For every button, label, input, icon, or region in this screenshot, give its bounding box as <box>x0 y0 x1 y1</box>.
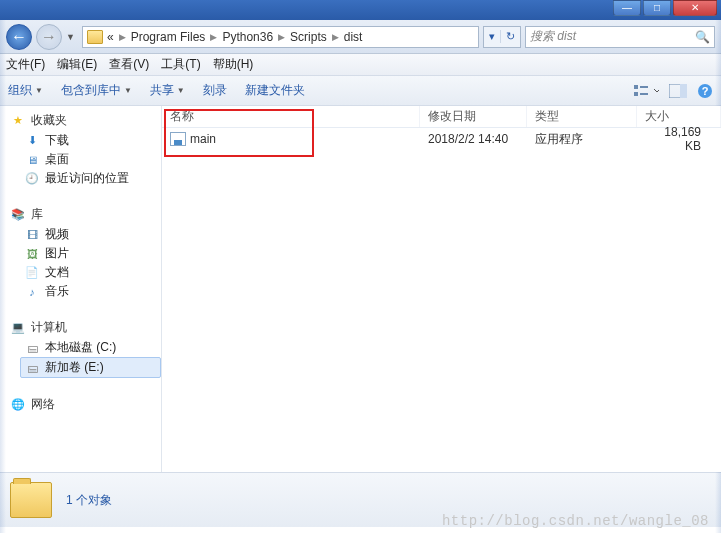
refresh-button[interactable]: ↻ <box>500 30 520 43</box>
forward-button[interactable]: → <box>36 24 62 50</box>
disk-icon: 🖴 <box>24 361 40 375</box>
arrow-right-icon: → <box>41 28 57 46</box>
svg-rect-5 <box>680 84 687 98</box>
address-field[interactable]: « ▶ Program Files ▶ Python36 ▶ Scripts ▶… <box>82 26 479 48</box>
file-list: 名称 修改日期 类型 大小 main 2018/2/2 14:40 应用程序 1… <box>162 106 721 472</box>
folder-icon <box>87 30 103 44</box>
chevron-right-icon: ▶ <box>210 32 217 42</box>
address-dropdown-button[interactable]: ▾ <box>484 30 500 43</box>
picture-icon: 🖼 <box>24 247 40 261</box>
maximize-icon: □ <box>654 3 660 13</box>
search-placeholder: 搜索 dist <box>530 28 576 45</box>
sidebar-desktop[interactable]: 🖥桌面 <box>10 150 161 169</box>
file-size: 18,169 KB <box>637 125 721 153</box>
file-row[interactable]: main 2018/2/2 14:40 应用程序 18,169 KB <box>162 128 721 150</box>
chevron-right-icon: ▶ <box>119 32 126 42</box>
chevron-right-icon: ▶ <box>332 32 339 42</box>
chevron-down-icon: ▼ <box>124 86 132 95</box>
sidebar-pictures[interactable]: 🖼图片 <box>10 244 161 263</box>
svg-rect-0 <box>634 85 638 89</box>
file-type: 应用程序 <box>527 131 637 148</box>
minimize-icon: — <box>622 3 632 13</box>
recent-icon: 🕘 <box>24 172 40 186</box>
svg-rect-1 <box>634 92 638 96</box>
library-icon: 📚 <box>10 208 26 222</box>
sidebar-documents[interactable]: 📄文档 <box>10 263 161 282</box>
application-icon <box>170 132 186 146</box>
organize-button[interactable]: 组织▼ <box>8 82 43 99</box>
help-icon: ? <box>697 83 713 99</box>
svg-rect-2 <box>640 86 648 88</box>
search-icon: 🔍 <box>695 30 710 44</box>
search-input[interactable]: 搜索 dist 🔍 <box>525 26 715 48</box>
video-icon: 🎞 <box>24 228 40 242</box>
sidebar-music[interactable]: ♪音乐 <box>10 282 161 301</box>
star-icon: ★ <box>10 114 26 128</box>
menu-tools[interactable]: 工具(T) <box>161 56 200 73</box>
sidebar-disk-c[interactable]: 🖴本地磁盘 (C:) <box>10 338 161 357</box>
view-options-button[interactable] <box>633 83 659 99</box>
menu-view[interactable]: 查看(V) <box>109 56 149 73</box>
svg-text:?: ? <box>702 85 709 97</box>
arrow-left-icon: ← <box>11 28 27 46</box>
close-icon: ✕ <box>691 3 699 13</box>
download-icon: ⬇ <box>24 134 40 148</box>
navigation-pane: ★收藏夹 ⬇下载 🖥桌面 🕘最近访问的位置 📚库 🎞视频 🖼图片 📄文档 ♪音乐… <box>0 106 162 472</box>
share-button[interactable]: 共享▼ <box>150 82 185 99</box>
file-name: main <box>190 132 216 146</box>
menu-edit[interactable]: 编辑(E) <box>57 56 97 73</box>
breadcrumb-item[interactable]: dist <box>344 30 363 44</box>
preview-pane-button[interactable] <box>669 84 687 98</box>
status-count: 1 个对象 <box>66 492 112 509</box>
back-button[interactable]: ← <box>6 24 32 50</box>
sidebar-computer[interactable]: 💻计算机 <box>10 319 161 336</box>
breadcrumb-item[interactable]: Python36 <box>222 30 273 44</box>
disk-icon: 🖴 <box>24 341 40 355</box>
new-folder-button[interactable]: 新建文件夹 <box>245 82 305 99</box>
column-type[interactable]: 类型 <box>527 106 637 127</box>
command-bar: 组织▼ 包含到库中▼ 共享▼ 刻录 新建文件夹 ? <box>0 76 721 106</box>
sidebar-videos[interactable]: 🎞视频 <box>10 225 161 244</box>
burn-button[interactable]: 刻录 <box>203 82 227 99</box>
document-icon: 📄 <box>24 266 40 280</box>
network-icon: 🌐 <box>10 398 26 412</box>
minimize-button[interactable]: — <box>613 0 641 16</box>
menu-file[interactable]: 文件(F) <box>6 56 45 73</box>
nav-history-dropdown[interactable]: ▼ <box>66 32 78 42</box>
computer-icon: 💻 <box>10 321 26 335</box>
sidebar-downloads[interactable]: ⬇下载 <box>10 131 161 150</box>
sidebar-libraries[interactable]: 📚库 <box>10 206 161 223</box>
refresh-icon: ↻ <box>506 30 515 42</box>
sidebar-recent[interactable]: 🕘最近访问的位置 <box>10 169 161 188</box>
view-icon <box>633 83 659 99</box>
sidebar-network[interactable]: 🌐网络 <box>10 396 161 413</box>
breadcrumb-ellipsis[interactable]: « <box>107 30 114 44</box>
desktop-icon: 🖥 <box>24 153 40 167</box>
address-bar: ← → ▼ « ▶ Program Files ▶ Python36 ▶ Scr… <box>0 20 721 54</box>
chevron-right-icon: ▶ <box>278 32 285 42</box>
sidebar-favorites[interactable]: ★收藏夹 <box>10 112 161 129</box>
window-titlebar: — □ ✕ <box>0 0 721 20</box>
chevron-down-icon: ▼ <box>35 86 43 95</box>
chevron-down-icon: ▼ <box>177 86 185 95</box>
file-date: 2018/2/2 14:40 <box>420 132 527 146</box>
folder-icon <box>10 482 52 518</box>
column-size[interactable]: 大小 <box>637 106 721 127</box>
svg-rect-3 <box>640 93 648 95</box>
sidebar-disk-e[interactable]: 🖴新加卷 (E:) <box>20 357 161 378</box>
breadcrumb-item[interactable]: Program Files <box>131 30 206 44</box>
preview-pane-icon <box>669 84 687 98</box>
watermark: http://blog.csdn.net/wangle_08 <box>442 513 709 529</box>
include-in-library-button[interactable]: 包含到库中▼ <box>61 82 132 99</box>
close-button[interactable]: ✕ <box>673 0 717 16</box>
music-icon: ♪ <box>24 285 40 299</box>
menu-bar: 文件(F) 编辑(E) 查看(V) 工具(T) 帮助(H) <box>0 54 721 76</box>
maximize-button[interactable]: □ <box>643 0 671 16</box>
breadcrumb-item[interactable]: Scripts <box>290 30 327 44</box>
help-button[interactable]: ? <box>697 83 713 99</box>
column-date[interactable]: 修改日期 <box>420 106 527 127</box>
column-name[interactable]: 名称 <box>162 106 420 127</box>
menu-help[interactable]: 帮助(H) <box>213 56 254 73</box>
